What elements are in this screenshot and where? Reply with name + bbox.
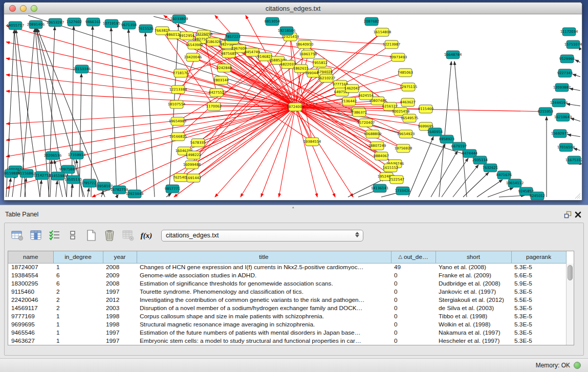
cell-year[interactable]: 2009	[103, 271, 137, 279]
cell-pagerank[interactable]: 5.6E-5	[511, 271, 566, 279]
cell-out_de[interactable]: 0	[391, 288, 435, 296]
cell-in_degree[interactable]: 1	[53, 337, 103, 345]
graph-node[interactable]: 16210227	[318, 74, 336, 82]
graph-node[interactable]: 16099488	[183, 161, 201, 169]
zoom-window-icon[interactable]	[31, 5, 37, 12]
cell-title[interactable]: Estimation of significance thresholds fo…	[137, 279, 391, 288]
cell-pagerank[interactable]: 5.3E-5	[511, 329, 566, 337]
graph-node[interactable]: 18807249	[368, 142, 386, 150]
graph-node[interactable]: 20206536	[44, 151, 62, 160]
graph-node[interactable]: 8427552	[209, 89, 224, 97]
cell-in_degree[interactable]: 1	[53, 312, 103, 320]
network-window-titlebar[interactable]: citations_edges.txt	[4, 3, 582, 14]
cell-pagerank[interactable]: 5.3E-5	[511, 320, 566, 329]
cell-in_degree[interactable]: 1	[53, 320, 103, 329]
graph-node[interactable]: 2935114	[472, 156, 488, 164]
cell-title[interactable]: Estimation of the future numbers of pati…	[137, 329, 391, 337]
cell-title[interactable]: Genome-wide association studies in ADHD.	[137, 271, 391, 279]
graph-node[interactable]: 9671358	[121, 21, 137, 29]
graph-node[interactable]: 19654923	[397, 130, 415, 138]
graph-node[interactable]: 9115460	[418, 105, 433, 113]
network-table-selector[interactable]: citations_edges.txt	[161, 230, 363, 242]
cell-name[interactable]: 9699695	[8, 320, 53, 329]
graph-node[interactable]: 9884067	[374, 152, 389, 160]
graph-node[interactable]: 2087682	[364, 17, 379, 26]
cell-title[interactable]: Tourette syndrome. Phenomenology and cla…	[137, 288, 391, 296]
cell-name[interactable]: 14569117	[8, 304, 53, 312]
graph-node[interactable]: 15720407	[357, 119, 375, 127]
graph-node[interactable]: 12923448	[126, 190, 144, 198]
graph-node[interactable]: 15751074	[564, 40, 582, 49]
graph-node[interactable]: 5678335	[190, 139, 206, 147]
cell-in_degree[interactable]: 1	[53, 329, 103, 337]
graph-node[interactable]: 16961758	[299, 50, 317, 58]
graph-node[interactable]: 16033809	[170, 15, 188, 23]
panel-splitter[interactable]: ▴	[0, 205, 588, 208]
graph-node[interactable]: 1462042	[344, 84, 360, 93]
graph-node[interactable]: 16154808	[374, 28, 391, 36]
graph-node[interactable]: 8958923	[439, 135, 454, 143]
graph-node[interactable]: 7615526	[138, 25, 154, 33]
cell-short[interactable]: Wolkin et al. (1998)	[435, 320, 511, 329]
function-fx-icon[interactable]: f(x)	[139, 228, 154, 243]
table-row[interactable]: 1872400712008Changes of HCN gene express…	[8, 263, 566, 271]
table-row[interactable]: 911546021997Tourette syndrome. Phenomeno…	[8, 288, 566, 296]
cell-out_de[interactable]: 49	[391, 263, 435, 271]
graph-node[interactable]: 17016504	[557, 143, 575, 151]
cell-name[interactable]: 18724007	[8, 263, 53, 271]
table-row[interactable]: 1938455462009Genome-wide association stu…	[8, 271, 566, 279]
graph-node[interactable]: 1640954	[427, 128, 443, 136]
cell-year[interactable]: 2012	[103, 296, 137, 304]
graph-node[interactable]: 16549575	[401, 114, 419, 122]
graph-node[interactable]: 14055717	[7, 21, 25, 30]
cell-in_degree[interactable]: 2	[53, 288, 103, 296]
cell-name[interactable]: 9115460	[8, 288, 53, 296]
cell-name[interactable]: 19384554	[8, 271, 53, 279]
graph-node[interactable]: 8215953	[538, 107, 553, 116]
graph-node[interactable]: 23420046	[184, 53, 202, 61]
cell-name[interactable]: 9463627	[8, 337, 53, 345]
float-window-icon[interactable]	[562, 210, 573, 219]
close-icon[interactable]	[573, 210, 583, 219]
cell-out_de[interactable]: 0	[391, 271, 435, 279]
network-canvas[interactable]: 1872400776638229860124891295423226058982…	[4, 14, 582, 200]
cell-short[interactable]: Franke et al. (2009)	[435, 271, 511, 279]
cell-year[interactable]: 2008	[103, 279, 137, 288]
cell-in_degree[interactable]: 2	[53, 304, 103, 312]
cell-short[interactable]: Dudbridge et al. (2008)	[435, 279, 511, 288]
graph-node[interactable]: 19654983	[169, 117, 187, 125]
graph-node[interactable]: 9875685	[221, 50, 236, 58]
cell-year[interactable]: 1998	[103, 312, 137, 320]
graph-node[interactable]: 16543982	[186, 41, 204, 49]
graph-node[interactable]: 7386372	[352, 108, 367, 117]
graph-node[interactable]: 9242848	[216, 64, 232, 72]
graph-node[interactable]: 18640910	[296, 40, 314, 49]
cell-out_de[interactable]: 0	[391, 329, 435, 337]
graph-node[interactable]: 7632621	[483, 164, 498, 172]
table-columns-icon[interactable]	[28, 228, 43, 243]
cell-in_degree[interactable]: 1	[53, 263, 103, 271]
resize-grip-icon[interactable]	[574, 192, 581, 199]
graph-node[interactable]: 19218506	[278, 27, 296, 35]
cell-pagerank[interactable]: 5.3E-5	[511, 304, 566, 312]
graph-node[interactable]: 19166825	[169, 133, 187, 141]
table-row[interactable]: 2242004622012Investigating the contribut…	[8, 296, 566, 304]
cell-short[interactable]: Stergiakouli et al. (2012)	[435, 296, 511, 304]
graph-node[interactable]: 7955812	[312, 59, 328, 67]
cell-pagerank[interactable]: 5.3E-5	[511, 337, 566, 345]
column-header-pagerank[interactable]: pagerank	[511, 251, 566, 263]
graph-node[interactable]: 9466161	[85, 18, 101, 26]
graph-node[interactable]: 17359914	[68, 151, 86, 159]
table-row[interactable]: 977716911998Corpus callosum shape and si…	[8, 312, 566, 320]
cell-out_de[interactable]: 0	[391, 296, 435, 304]
cell-year[interactable]: 1997	[103, 288, 137, 296]
graph-node[interactable]: 16648784	[444, 51, 462, 59]
cell-name[interactable]: 22420046	[8, 296, 53, 304]
cell-in_degree[interactable]: 2	[53, 296, 103, 304]
cell-short[interactable]: Tibbo et al. (1998)	[435, 312, 511, 320]
column-header-out_de[interactable]: △out_de…	[391, 251, 435, 263]
graph-node[interactable]: 19384554	[303, 138, 321, 146]
cell-name[interactable]: 9465546	[8, 329, 53, 337]
cell-in_degree[interactable]: 6	[53, 279, 103, 288]
table-row[interactable]: 969969511998Structural magnetic resonanc…	[8, 320, 566, 329]
